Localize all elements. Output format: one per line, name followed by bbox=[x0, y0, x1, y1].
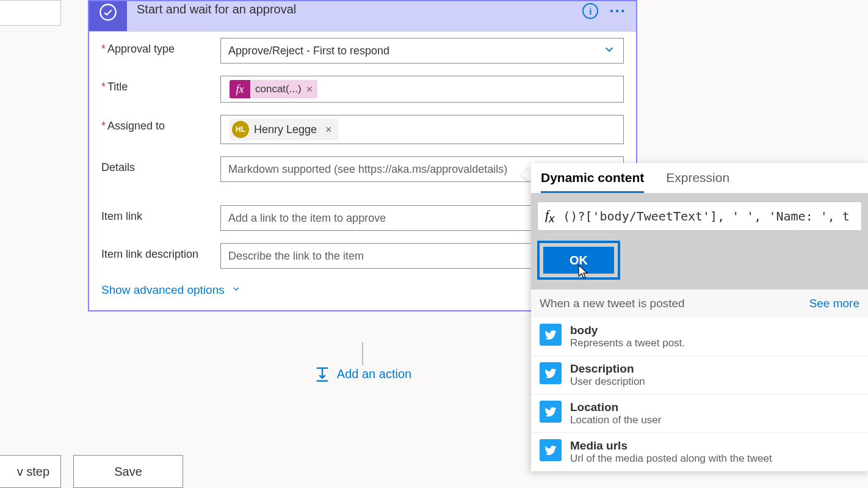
more-icon[interactable]: ··· bbox=[609, 2, 626, 21]
info-icon[interactable]: i bbox=[582, 3, 598, 19]
tab-dynamic-content[interactable]: Dynamic content bbox=[541, 170, 644, 193]
approval-type-select[interactable]: Approve/Reject - First to respond bbox=[220, 38, 624, 64]
add-action-label: Add an action bbox=[337, 367, 411, 381]
dynamic-content-list: body Represents a tweet post. Descriptio… bbox=[531, 318, 868, 472]
svg-point-0 bbox=[100, 4, 116, 20]
left-panel-fragment bbox=[0, 0, 61, 26]
item-link-placeholder: Add a link to the item to approve bbox=[228, 212, 386, 225]
expression-chip[interactable]: fx concat(...) × bbox=[230, 80, 317, 98]
item-desc: Location of the user bbox=[570, 414, 661, 426]
ok-label: OK bbox=[570, 253, 588, 268]
show-advanced-link[interactable]: Show advanced options bbox=[101, 283, 241, 296]
title-input[interactable]: fx concat(...) × bbox=[220, 76, 624, 103]
card-title: Start and wait for an approval bbox=[137, 2, 582, 16]
item-title: Location bbox=[570, 401, 661, 414]
approval-icon bbox=[89, 1, 127, 31]
chevron-down-icon bbox=[602, 43, 616, 59]
ok-button-highlight: OK bbox=[537, 241, 620, 280]
person-chip[interactable]: HL Henry Legge × bbox=[230, 118, 338, 140]
expression-area: fx ()?['body/TweetText'], ' ', 'Name: ',… bbox=[531, 193, 868, 290]
item-link-desc-placeholder: Describe the link to the item bbox=[228, 250, 364, 263]
details-label: Details bbox=[101, 156, 220, 174]
twitter-icon bbox=[540, 401, 562, 423]
ok-button[interactable]: OK bbox=[543, 247, 614, 274]
fx-icon: fx bbox=[545, 207, 554, 225]
tab-expression[interactable]: Expression bbox=[666, 170, 729, 193]
details-placeholder: Markdown supported (see https://aka.ms/a… bbox=[228, 163, 507, 176]
add-action-button[interactable]: Add an action bbox=[314, 365, 411, 382]
expression-text: ()?['body/TweetText'], ' ', 'Name: ', t bbox=[563, 209, 850, 224]
new-step-button[interactable]: v step bbox=[0, 455, 61, 488]
chevron-down-icon bbox=[231, 285, 241, 296]
see-more-link[interactable]: See more bbox=[809, 297, 859, 310]
item-title: body bbox=[570, 324, 685, 337]
insert-step-icon bbox=[314, 365, 331, 382]
twitter-icon bbox=[540, 324, 562, 346]
card-header: Start and wait for an approval i ··· bbox=[89, 1, 636, 32]
list-item[interactable]: Location Location of the user bbox=[531, 395, 868, 433]
item-desc: Represents a tweet post. bbox=[570, 337, 685, 349]
popup-pointer bbox=[521, 167, 531, 182]
expression-input[interactable]: fx ()?['body/TweetText'], ' ', 'Name: ',… bbox=[537, 202, 862, 231]
list-item[interactable]: Description User description bbox=[531, 356, 868, 395]
item-title: Media urls bbox=[570, 439, 772, 453]
trigger-name: When a new tweet is posted bbox=[540, 297, 685, 310]
title-label: Title bbox=[101, 76, 220, 93]
item-link-label: Item link bbox=[101, 205, 220, 223]
fx-icon: fx bbox=[230, 80, 250, 98]
trigger-section-header: When a new tweet is posted See more bbox=[531, 290, 868, 318]
expression-chip-text: concat(...) bbox=[250, 83, 306, 95]
approval-type-label: Approval type bbox=[101, 38, 220, 56]
person-name: Henry Legge bbox=[254, 123, 317, 136]
list-item[interactable]: Media urls Url of the media posted along… bbox=[531, 433, 868, 472]
avatar: HL bbox=[232, 121, 249, 138]
list-item[interactable]: body Represents a tweet post. bbox=[531, 318, 868, 356]
item-title: Description bbox=[570, 362, 645, 376]
assigned-to-input[interactable]: HL Henry Legge × bbox=[220, 115, 624, 144]
dynamic-content-popup: Dynamic content Expression fx ()?['body/… bbox=[531, 163, 868, 472]
item-desc: User description bbox=[570, 376, 645, 388]
item-link-desc-label: Item link description bbox=[101, 243, 220, 261]
approval-type-value: Approve/Reject - First to respond bbox=[228, 45, 389, 57]
item-desc: Url of the media posted along with the t… bbox=[570, 453, 772, 465]
twitter-icon bbox=[540, 439, 562, 461]
assigned-to-label: Assigned to bbox=[101, 115, 220, 133]
remove-person-icon[interactable]: × bbox=[325, 123, 332, 136]
remove-chip-icon[interactable]: × bbox=[306, 83, 313, 96]
save-button[interactable]: Save bbox=[73, 455, 183, 488]
twitter-icon bbox=[540, 362, 562, 384]
